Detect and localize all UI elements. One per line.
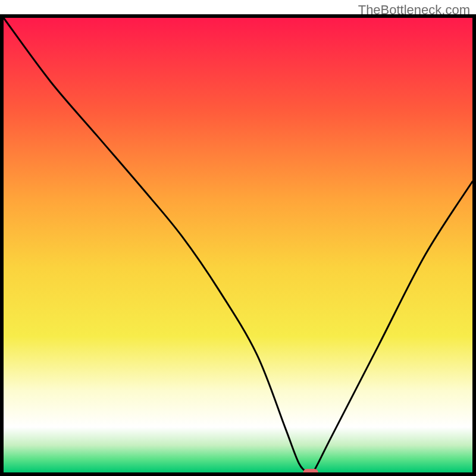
chart-container: TheBottleneck.com [0, 0, 476, 476]
bottleneck-chart [0, 0, 476, 476]
gradient-background [4, 18, 472, 472]
attribution-text: TheBottleneck.com [358, 2, 470, 18]
